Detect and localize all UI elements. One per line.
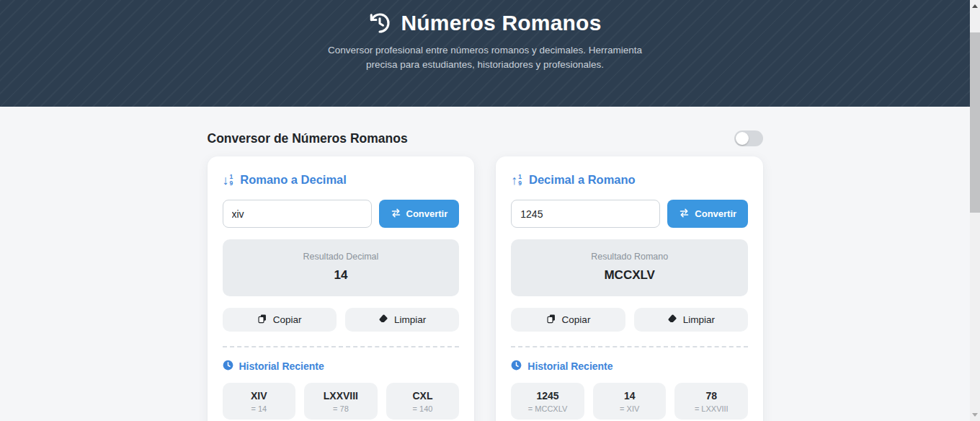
copy-icon (546, 314, 556, 326)
card-decimal-a-romano: ↑ 19 Decimal a Romano Co (496, 156, 763, 421)
arrow-down-1-9-icon: ↓ 19 (223, 174, 233, 187)
result-label: Resultado Decimal (230, 252, 453, 262)
result-box: Resultado Decimal 14 (223, 239, 460, 296)
convert-button-label: Convertir (406, 208, 448, 219)
theme-toggle[interactable] (734, 130, 763, 146)
clock-icon (223, 360, 233, 373)
copy-icon (257, 314, 267, 326)
section-title: Conversor de Números Romanos (208, 131, 408, 146)
scrollbar-down-arrow[interactable] (970, 409, 980, 421)
scrollbar[interactable] (970, 0, 980, 421)
convert-decimal-button[interactable]: Convertir (667, 200, 748, 228)
history-header: Historial Reciente (223, 360, 460, 373)
clear-button-label: Limpiar (683, 314, 715, 325)
eraser-icon (378, 314, 388, 326)
card-title-label: Romano a Decimal (240, 173, 347, 187)
copy-button[interactable]: Copiar (223, 308, 337, 332)
history-title: Historial Reciente (239, 360, 324, 372)
divider (511, 346, 748, 347)
copy-button-label: Copiar (562, 314, 591, 325)
decimal-input[interactable] (511, 200, 660, 228)
convert-button-label: Convertir (695, 208, 736, 219)
history-item[interactable]: XIV = 14 (223, 383, 296, 420)
history-item[interactable]: 1245 = MCCXLV (511, 383, 584, 420)
arrow-up-1-9-icon: ↑ 19 (511, 174, 522, 187)
clock-icon (511, 360, 522, 373)
history-item[interactable]: LXXVIII = 78 (304, 383, 378, 420)
roman-input[interactable] (223, 200, 372, 228)
copy-button-label: Copiar (273, 314, 302, 325)
history-title: Historial Reciente (527, 360, 612, 372)
card-title: ↑ 19 Decimal a Romano (511, 173, 748, 187)
eraser-icon (667, 314, 677, 326)
card-title: ↓ 19 Romano a Decimal (223, 173, 460, 187)
card-romano-a-decimal: ↓ 19 Romano a Decimal Co (208, 156, 475, 421)
main-content: Conversor de Números Romanos ↓ 19 Romano… (208, 107, 763, 421)
history-clock-icon (368, 12, 391, 35)
app-subtitle: Conversor profesional entre números roma… (315, 43, 655, 72)
divider (223, 346, 460, 347)
result-value: MCCXLV (518, 268, 741, 283)
clear-button[interactable]: Limpiar (345, 308, 459, 332)
result-value: 14 (230, 268, 453, 283)
history-item[interactable]: 14 = XIV (593, 383, 667, 420)
card-title-label: Decimal a Romano (529, 173, 636, 187)
history-header: Historial Reciente (511, 360, 748, 373)
page: Números Romanos Conversor profesional en… (0, 0, 970, 421)
result-label: Resultado Romano (518, 252, 741, 262)
result-box: Resultado Romano MCCXLV (511, 239, 748, 296)
exchange-arrows-icon (679, 208, 690, 221)
scrollbar-up-arrow[interactable] (970, 0, 980, 12)
history-item[interactable]: 78 = LXXVIII (674, 383, 748, 420)
app-title: Números Romanos (401, 11, 601, 35)
scrollbar-thumb[interactable] (970, 32, 980, 213)
history-item[interactable]: CXL = 140 (386, 383, 460, 420)
app-header: Números Romanos Conversor profesional en… (0, 0, 970, 107)
exchange-arrows-icon (391, 208, 401, 221)
toggle-knob (736, 132, 749, 145)
clear-button[interactable]: Limpiar (634, 308, 748, 332)
convert-roman-button[interactable]: Convertir (379, 200, 460, 228)
copy-button[interactable]: Copiar (511, 308, 625, 332)
clear-button-label: Limpiar (394, 314, 426, 325)
